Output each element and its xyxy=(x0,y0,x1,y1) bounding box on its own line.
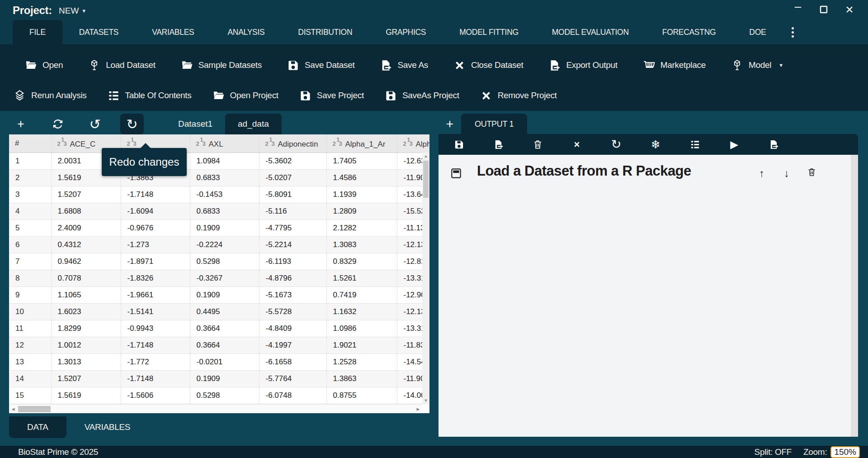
grid-cell[interactable]: -6.0748 xyxy=(259,387,326,404)
save-project-button[interactable]: Save Project xyxy=(299,90,364,102)
row-index[interactable]: 7 xyxy=(9,253,51,270)
add-dataset-button[interactable]: + xyxy=(9,114,33,134)
close-output-button[interactable] xyxy=(570,138,584,151)
grid-cell[interactable]: 1.3083 xyxy=(326,236,397,253)
row-index-header[interactable]: # xyxy=(9,134,51,153)
row-index[interactable]: 13 xyxy=(9,353,51,370)
move-up-button[interactable]: ↑ xyxy=(754,166,769,181)
grid-cell[interactable]: -4.8409 xyxy=(259,320,326,337)
grid-cell[interactable]: -5.116 xyxy=(259,203,326,219)
grid-cell[interactable]: -1.7148 xyxy=(121,370,190,387)
grid-cell[interactable]: 2.1282 xyxy=(326,219,397,236)
grid-cell[interactable]: 0.9462 xyxy=(51,253,121,270)
vertical-scroll-thumb[interactable] xyxy=(423,161,429,198)
saveas-project-button[interactable]: SaveAs Project xyxy=(385,90,459,102)
split-status[interactable]: Split: OFF xyxy=(755,447,792,457)
grid-cell[interactable]: 0.5298 xyxy=(190,253,259,270)
grid-cell[interactable]: -1.5141 xyxy=(121,303,190,320)
grid-cell[interactable]: 1.4586 xyxy=(326,169,397,186)
grid-cell[interactable]: 2.4009 xyxy=(51,219,121,236)
collapse-item-button[interactable] xyxy=(451,168,461,178)
grid-cell[interactable]: 1.7405 xyxy=(326,153,397,169)
output-tab-1[interactable]: OUTPUT 1 xyxy=(461,114,527,134)
grid-cell[interactable]: -1.9661 xyxy=(121,286,190,303)
close-button[interactable]: × xyxy=(842,3,857,16)
tab-graphics[interactable]: GRAPHICS xyxy=(369,20,443,44)
sync-button[interactable] xyxy=(46,114,70,134)
grid-cell[interactable]: -0.0201 xyxy=(190,353,259,370)
zoom-value[interactable]: 150% xyxy=(830,446,860,458)
grid-cell[interactable]: -1.7148 xyxy=(121,337,190,353)
grid-cell[interactable]: 0.5298 xyxy=(190,387,259,404)
tab-doe[interactable]: DOE xyxy=(732,20,783,44)
grid-cell[interactable]: 1.6808 xyxy=(51,203,121,219)
grid-cell[interactable]: -1.8326 xyxy=(121,270,190,286)
grid-cell[interactable]: 0.4495 xyxy=(190,303,259,320)
grid-cell[interactable]: -1.8971 xyxy=(121,253,190,270)
grid-cell[interactable]: -4.7795 xyxy=(259,219,326,236)
grid-cell[interactable]: 1.6023 xyxy=(51,303,121,320)
export-output-button[interactable]: Export Output xyxy=(548,59,617,72)
grid-cell[interactable]: 1.2809 xyxy=(326,203,397,219)
tab-datasets[interactable]: DATASETS xyxy=(62,20,135,44)
grid-cell[interactable]: -4.1997 xyxy=(259,337,326,353)
horizontal-scroll-thumb[interactable] xyxy=(18,406,51,412)
grid-cell[interactable]: 1.5207 xyxy=(51,186,121,203)
remove-project-button[interactable]: Remove Project xyxy=(480,90,557,102)
close-dataset-button[interactable]: Close Dataset xyxy=(453,59,523,72)
grid-cell[interactable]: 1.0984 xyxy=(190,153,259,169)
tab-file[interactable]: FILE xyxy=(13,20,62,44)
grid-cell[interactable]: -0.3267 xyxy=(190,270,259,286)
row-index[interactable]: 14 xyxy=(9,370,51,387)
dataset-tab-dataset1[interactable]: Dataset1 xyxy=(165,114,225,134)
minimize-button[interactable]: – xyxy=(790,0,806,14)
tab-variables[interactable]: VARIABLES xyxy=(135,20,211,44)
grid-cell[interactable]: 1.1939 xyxy=(326,186,397,203)
grid-cell[interactable]: -5.7764 xyxy=(259,370,326,387)
grid-cell[interactable]: 0.1909 xyxy=(190,219,259,236)
grid-cell[interactable]: -0.9676 xyxy=(121,219,190,236)
grid-cell[interactable]: -0.9943 xyxy=(121,320,190,337)
grid-cell[interactable]: 0.4312 xyxy=(51,236,121,253)
grid-cell[interactable]: 0.3664 xyxy=(190,320,259,337)
grid-cell[interactable]: 1.2528 xyxy=(326,353,397,370)
row-index[interactable]: 11 xyxy=(9,320,51,337)
grid-cell[interactable]: -6.1658 xyxy=(259,353,326,370)
output-scrollbar[interactable] xyxy=(851,155,858,437)
marketplace-button[interactable]: Marketplace xyxy=(643,59,706,72)
open-button[interactable]: Open xyxy=(25,59,63,72)
grid-cell[interactable]: 1.5619 xyxy=(51,387,121,404)
grid-cell[interactable]: -5.2214 xyxy=(259,236,326,253)
grid-cell[interactable]: -0.1453 xyxy=(190,186,259,203)
table-of-contents-button[interactable]: Table Of Contents xyxy=(108,90,192,102)
scroll-down-icon[interactable]: ▼ xyxy=(422,397,429,404)
tab-data[interactable]: DATA xyxy=(9,416,66,438)
grid-cell[interactable]: -5.8091 xyxy=(259,186,326,203)
grid-cell[interactable]: 1.1632 xyxy=(326,303,397,320)
row-index[interactable]: 10 xyxy=(9,303,51,320)
export-output-button-2[interactable] xyxy=(767,138,780,151)
row-index[interactable]: 4 xyxy=(9,203,51,219)
grid-cell[interactable]: -1.772 xyxy=(121,353,190,370)
grid-cell[interactable]: 1.0986 xyxy=(326,320,397,337)
grid-cell[interactable]: 0.8329 xyxy=(326,253,397,270)
column-header[interactable]: 213Adiponectin xyxy=(259,134,326,153)
add-output-button[interactable]: + xyxy=(439,114,461,134)
sample-datasets-button[interactable]: Sample Datasets xyxy=(181,59,262,72)
grid-cell[interactable]: 0.7078 xyxy=(51,270,121,286)
run-output-button[interactable]: ▶ xyxy=(727,138,741,151)
model-dropdown-button[interactable]: Model ▼ xyxy=(731,59,783,72)
grid-cell[interactable]: -0.2224 xyxy=(190,236,259,253)
row-index[interactable]: 5 xyxy=(9,219,51,236)
grid-cell[interactable]: 0.6833 xyxy=(190,169,259,186)
grid-cell[interactable]: -6.1193 xyxy=(259,253,326,270)
project-selector[interactable]: NEW▼ xyxy=(59,6,86,16)
freeze-output-button[interactable]: ❄ xyxy=(649,138,662,151)
row-index[interactable]: 1 xyxy=(9,153,51,169)
move-down-button[interactable]: ↓ xyxy=(779,166,794,181)
tab-variables-bottom[interactable]: VARIABLES xyxy=(66,416,149,438)
grid-cell[interactable]: 1.3013 xyxy=(51,353,121,370)
grid-cell[interactable]: 1.0012 xyxy=(51,337,121,353)
vertical-scrollbar[interactable]: ▲ ▼ xyxy=(422,153,429,404)
delete-output-button[interactable] xyxy=(531,138,544,151)
